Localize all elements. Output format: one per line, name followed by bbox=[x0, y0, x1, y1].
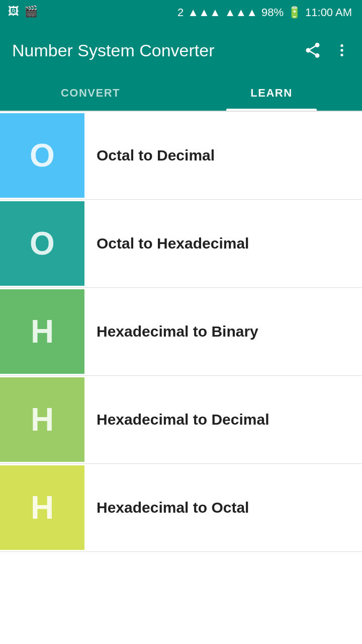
list-item[interactable]: H Hexadecimal to Decimal bbox=[0, 376, 362, 464]
media-icon: 🎬 bbox=[24, 5, 38, 18]
hex-binary-label: Hexadecimal to Binary bbox=[97, 323, 258, 340]
wifi-icon: ▲▲▲ bbox=[225, 6, 257, 19]
octal-decimal-label: Octal to Decimal bbox=[97, 147, 215, 164]
octal-decimal-icon: O bbox=[0, 113, 84, 198]
list-item[interactable]: O Octal to Hexadecimal bbox=[0, 200, 362, 288]
more-options-button[interactable] bbox=[334, 42, 350, 58]
status-bar: 🖼 🎬 2 ▲▲▲ ▲▲▲ 98% 🔋 11:00 AM bbox=[0, 0, 362, 25]
octal-hex-label: Octal to Hexadecimal bbox=[97, 235, 249, 252]
svg-point-2 bbox=[340, 54, 343, 56]
octal-hex-icon: O bbox=[0, 201, 84, 286]
signal-icon: ▲▲▲ bbox=[188, 6, 220, 19]
status-icons: 2 ▲▲▲ ▲▲▲ 98% 🔋 11:00 AM bbox=[177, 6, 352, 19]
svg-point-0 bbox=[340, 44, 343, 47]
battery-level: 98% bbox=[261, 6, 284, 19]
list-container: O Octal to Decimal O Octal to Hexadecima… bbox=[0, 112, 362, 552]
list-item[interactable]: H Hexadecimal to Octal bbox=[0, 464, 362, 552]
hex-octal-label: Hexadecimal to Octal bbox=[97, 499, 249, 516]
list-item[interactable]: O Octal to Decimal bbox=[0, 112, 362, 200]
svg-point-1 bbox=[340, 49, 343, 51]
gallery-icon: 🖼 bbox=[8, 5, 19, 18]
hex-decimal-icon: H bbox=[0, 377, 84, 462]
hex-octal-icon: H bbox=[0, 465, 84, 550]
app-bar: Number System Converter bbox=[0, 25, 362, 75]
hex-binary-icon: H bbox=[0, 289, 84, 374]
tab-convert[interactable]: CONVERT bbox=[0, 75, 181, 111]
battery-icon: 🔋 bbox=[288, 6, 301, 19]
more-icon bbox=[334, 42, 350, 58]
share-icon bbox=[304, 41, 322, 59]
app-bar-actions bbox=[304, 41, 350, 59]
notification-badge: 2 bbox=[177, 6, 184, 19]
list-item[interactable]: H Hexadecimal to Binary bbox=[0, 288, 362, 376]
clock: 11:00 AM bbox=[305, 6, 352, 19]
hex-decimal-label: Hexadecimal to Decimal bbox=[97, 411, 269, 428]
app-title: Number System Converter bbox=[12, 41, 214, 60]
share-button[interactable] bbox=[304, 41, 322, 59]
tab-learn[interactable]: LEARN bbox=[181, 75, 362, 111]
tabs-container: CONVERT LEARN bbox=[0, 75, 362, 111]
